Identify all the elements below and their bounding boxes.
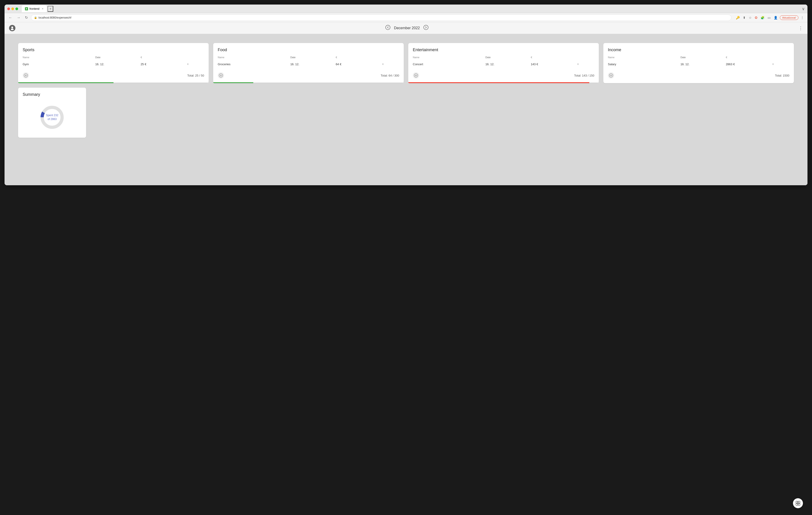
svg-point-0 — [11, 27, 13, 28]
opera-icon[interactable]: O — [754, 16, 758, 20]
income-row-0: Salary 16. 12. 2863 € × — [608, 60, 789, 68]
donut-container: Spent 232 of 2863 — [23, 101, 82, 133]
income-col-amount: € — [726, 56, 771, 60]
income-add-button[interactable] — [608, 72, 614, 79]
food-row-0-date: 16. 12. — [290, 60, 336, 68]
entertainment-total: Total: 143 / 150 — [574, 74, 594, 77]
sports-add-button[interactable] — [23, 72, 29, 79]
star-icon[interactable]: ☆ — [748, 16, 753, 20]
income-col-date: Date — [680, 56, 726, 60]
tab-favicon — [25, 7, 28, 10]
food-row-0-amount: 64 € — [336, 60, 381, 68]
forward-button[interactable]: → — [16, 15, 22, 21]
entertainment-col-action — [576, 56, 594, 60]
entertainment-table: Name Date € Concert 16. 12. 143 € — [413, 56, 594, 68]
income-row-0-delete-button[interactable]: × — [771, 62, 775, 66]
sports-col-name: Name — [23, 56, 95, 60]
extensions-icon[interactable]: 🧩 — [760, 16, 765, 20]
prev-month-button[interactable] — [384, 24, 391, 32]
sports-row-0-amount: 25 € — [141, 60, 186, 68]
sports-row-0-delete-button[interactable]: × — [186, 62, 190, 66]
food-col-name: Name — [218, 56, 290, 60]
share-icon[interactable]: ⬆ — [742, 16, 747, 20]
sports-total: Total: 25 / 50 — [187, 74, 204, 77]
donut-label: Spent 232 of 2863 — [46, 114, 58, 121]
food-progress-bar — [213, 82, 404, 83]
entertainment-row-0-amount: 143 € — [531, 60, 576, 68]
sports-card-title: Sports — [23, 48, 204, 52]
url-bar[interactable]: 🔒 localhost:8080/expenses/#/ — [31, 14, 731, 21]
lock-icon: 🔒 — [34, 16, 37, 19]
second-row: Summary Spent 232 — [18, 88, 794, 138]
income-row-0-date: 16. 12. — [680, 60, 726, 68]
entertainment-row-0: Concert 16. 12. 143 € × — [413, 60, 594, 68]
user-avatar[interactable] — [9, 25, 16, 31]
back-button[interactable]: ← — [7, 15, 13, 21]
food-add-button[interactable] — [218, 72, 224, 79]
donut-label-line2: of 2863 — [48, 118, 57, 121]
income-col-name: Name — [608, 56, 680, 60]
svg-point-1 — [11, 29, 13, 30]
header-more-icon[interactable]: ⋮ — [799, 25, 803, 31]
header-nav: December 2022 — [384, 24, 429, 32]
food-card-footer: Total: 64 / 300 — [218, 70, 399, 79]
entertainment-card: Entertainment Name Date € — [408, 43, 599, 83]
income-row-0-amount: 2863 € — [726, 60, 771, 68]
sports-row-0: Gym 16. 12. 25 € × — [23, 60, 204, 68]
entertainment-col-date: Date — [485, 56, 531, 60]
sports-card-footer: Total: 25 / 50 — [23, 70, 204, 79]
donut-chart: Spent 232 of 2863 — [38, 104, 66, 131]
active-tab[interactable]: frontend ✕ — [22, 5, 47, 12]
sports-row-0-date: 16. 12. — [95, 60, 141, 68]
title-bar: frontend ✕ + ∨ — [4, 4, 808, 13]
food-row-0: Groceries 16. 12. 64 € × — [218, 60, 399, 68]
entertainment-add-button[interactable] — [413, 72, 419, 79]
nav-bar: ← → ↻ 🔒 localhost:8080/expenses/#/ 🔑 ⬆ ☆… — [4, 13, 808, 22]
income-card-title: Income — [608, 48, 789, 52]
maximize-button[interactable] — [16, 7, 18, 10]
food-table: Name Date € Groceries 16. 12. 64 € — [218, 56, 399, 68]
tab-label: frontend — [29, 7, 39, 10]
minimize-button[interactable] — [11, 7, 14, 10]
sports-col-amount: € — [141, 56, 186, 60]
food-col-amount: € — [336, 56, 381, 60]
update-button[interactable]: Aktualizovať — [780, 16, 799, 20]
menu-dots-icon[interactable]: ⋮ — [800, 16, 805, 20]
sports-table: Name Date € Gym 16. 12. 25 € — [23, 56, 204, 68]
entertainment-row-0-name: Concert — [413, 60, 485, 68]
entertainment-col-name: Name — [413, 56, 485, 60]
donut-label-line1: Spent 232 — [46, 114, 58, 117]
food-col-action — [381, 56, 399, 60]
food-card-title: Food — [218, 48, 399, 52]
summary-title: Summary — [23, 92, 82, 97]
app-header: December 2022 ⋮ — [4, 22, 808, 34]
cards-row: Sports Name Date € Gym — [18, 43, 794, 83]
summary-card: Summary Spent 232 — [18, 88, 86, 138]
food-card: Food Name Date € Groceri — [213, 43, 404, 83]
new-tab-button[interactable]: + — [48, 6, 53, 12]
key-icon[interactable]: 🔑 — [735, 16, 741, 20]
refresh-button[interactable]: ↻ — [24, 14, 29, 21]
entertainment-col-amount: € — [531, 56, 576, 60]
url-text: localhost:8080/expenses/#/ — [38, 16, 71, 19]
income-card-footer: Total: 1500 — [608, 70, 789, 79]
window-controls-icon[interactable]: ∨ — [802, 6, 805, 11]
entertainment-row-0-delete-button[interactable]: × — [576, 62, 580, 66]
sports-card: Sports Name Date € Gym — [18, 43, 209, 83]
sidebar-icon[interactable]: ▭ — [767, 16, 772, 20]
sports-progress-fill — [18, 82, 114, 83]
tab-close-icon[interactable]: ✕ — [42, 7, 44, 10]
next-month-button[interactable] — [423, 24, 429, 32]
food-row-0-delete-button[interactable]: × — [381, 62, 385, 66]
food-row-0-action: × — [381, 60, 399, 68]
income-card: Income Name Date € Salar — [603, 43, 794, 83]
nav-actions: 🔑 ⬆ ☆ O 🧩 ▭ 👤 Aktualizovať ⋮ — [735, 16, 805, 20]
month-year-title: December 2022 — [394, 26, 420, 30]
entertainment-card-title: Entertainment — [413, 48, 594, 52]
entertainment-card-footer: Total: 143 / 150 — [413, 70, 594, 79]
profile-icon[interactable]: 👤 — [773, 16, 779, 20]
app-area: December 2022 ⋮ Sports Name — [4, 22, 808, 185]
income-row-0-name: Salary — [608, 60, 680, 68]
close-button[interactable] — [7, 7, 10, 10]
traffic-lights — [7, 7, 18, 10]
